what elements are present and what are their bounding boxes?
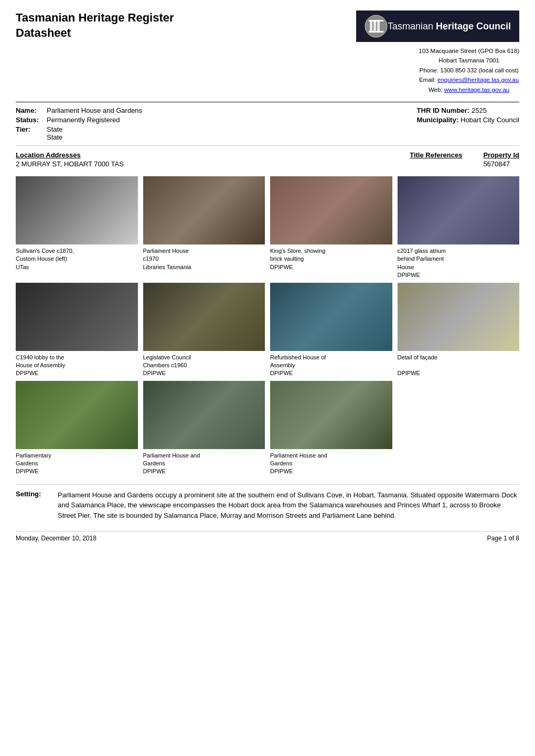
page-footer: Monday, December 10, 2018 Page 1 of 8: [16, 531, 519, 542]
svg-rect-5: [369, 31, 383, 33]
image-caption-8: Detail of façade DPIPWE: [398, 354, 520, 378]
image-caption-2: Parliament House c1970 Libraries Tasmani…: [143, 247, 265, 271]
image-caption-7: Refurbished House of Assembly DPIPWE: [270, 354, 392, 378]
image-item-7: Refurbished House of Assembly DPIPWE: [270, 283, 392, 378]
image-placeholder-4: [398, 176, 520, 244]
page-title: Tasmanian Heritage Register Datasheet: [16, 10, 174, 40]
image-placeholder-8: [398, 283, 520, 351]
image-placeholder-5: [16, 283, 138, 351]
image-item-5: C1940 lobby to the House of Assembly DPI…: [16, 283, 138, 378]
image-item-9: Parliamentary Gardens DPIPWE: [16, 381, 138, 476]
title-refs-col: Title References: [410, 151, 462, 168]
image-caption-6: Legislative Council Chambers c1960 DPIPW…: [143, 354, 265, 378]
svg-rect-2: [373, 20, 376, 33]
image-item-4: c2017 glass atrium behind Parliament Hou…: [398, 176, 520, 280]
image-empty-slot: [398, 381, 520, 476]
footer-date: Monday, December 10, 2018: [16, 535, 97, 542]
image-placeholder-11: [270, 381, 392, 449]
property-info-left: Name: Parliament House and Gardens Statu…: [16, 107, 142, 141]
logo-text: Tasmanian Heritage Council: [388, 21, 511, 32]
image-item-8: Detail of façade DPIPWE: [398, 283, 520, 378]
tier-row: Tier: State State: [16, 125, 142, 141]
svg-rect-3: [377, 20, 380, 33]
image-placeholder-7: [270, 283, 392, 351]
image-item-11: Parliament House and Gardens DPIPWE: [270, 381, 392, 476]
image-caption-3: King's Store, showing brick vaulting DPI…: [270, 247, 392, 271]
image-item-3: King's Store, showing brick vaulting DPI…: [270, 176, 392, 280]
property-info-section: Name: Parliament House and Gardens Statu…: [16, 102, 519, 146]
setting-section: Setting: Parliament House and Gardens oc…: [16, 484, 519, 521]
location-section: Location Addresses 2 MURRAY ST, HOBART 7…: [16, 151, 519, 171]
header-right: Tasmanian Heritage Council 103 Macquarie…: [356, 10, 519, 94]
property-id-col: Property Id 5670847: [483, 151, 519, 168]
svg-rect-1: [370, 20, 372, 33]
images-grid-row1: Sullivan's Cove c1870, Custom House (lef…: [16, 176, 519, 280]
image-caption-11: Parliament House and Gardens DPIPWE: [270, 452, 392, 476]
logo-block: Tasmanian Heritage Council: [356, 10, 519, 42]
status-row: Status: Permanently Registered: [16, 116, 142, 124]
location-left: Location Addresses 2 MURRAY ST, HOBART 7…: [16, 151, 124, 168]
name-row: Name: Parliament House and Gardens: [16, 107, 142, 114]
image-item-1: Sullivan's Cove c1870, Custom House (lef…: [16, 176, 138, 280]
web-link[interactable]: www.heritage.tas.gov.au: [444, 87, 509, 93]
contact-info: 103 Macquarie Street (GPO Box 618) Hobar…: [419, 46, 519, 94]
image-caption-5: C1940 lobby to the House of Assembly DPI…: [16, 354, 138, 378]
thr-logo-icon: [365, 15, 388, 38]
image-placeholder-6: [143, 283, 265, 351]
image-caption-4: c2017 glass atrium behind Parliament Hou…: [398, 247, 520, 280]
image-caption-9: Parliamentary Gardens DPIPWE: [16, 452, 138, 476]
svg-rect-4: [369, 20, 383, 22]
location-right: Title References Property Id 5670847: [410, 151, 519, 168]
image-item-2: Parliament House c1970 Libraries Tasmani…: [143, 176, 265, 280]
image-placeholder-10: [143, 381, 265, 449]
email-link[interactable]: enquiries@heritage.tas.gov.au: [437, 77, 519, 83]
image-item-10: Parliament House and Gardens DPIPWE: [143, 381, 265, 476]
images-grid-row3: Parliamentary Gardens DPIPWE Parliament …: [16, 381, 519, 476]
image-placeholder-1: [16, 176, 138, 244]
thr-id-row: THR ID Number: 2525: [417, 107, 519, 114]
image-placeholder-2: [143, 176, 265, 244]
image-placeholder-9: [16, 381, 138, 449]
property-info-right: THR ID Number: 2525 Municipality: Hobart…: [417, 107, 519, 141]
page-header: Tasmanian Heritage Register Datasheet Ta…: [16, 10, 519, 94]
image-item-6: Legislative Council Chambers c1960 DPIPW…: [143, 283, 265, 378]
image-placeholder-3: [270, 176, 392, 244]
image-caption-10: Parliament House and Gardens DPIPWE: [143, 452, 265, 476]
image-caption-1: Sullivan's Cove c1870, Custom House (lef…: [16, 247, 138, 271]
images-grid-row2: C1940 lobby to the House of Assembly DPI…: [16, 283, 519, 378]
footer-page: Page 1 of 8: [487, 535, 519, 542]
municipality-row: Municipality: Hobart City Council: [417, 116, 519, 124]
